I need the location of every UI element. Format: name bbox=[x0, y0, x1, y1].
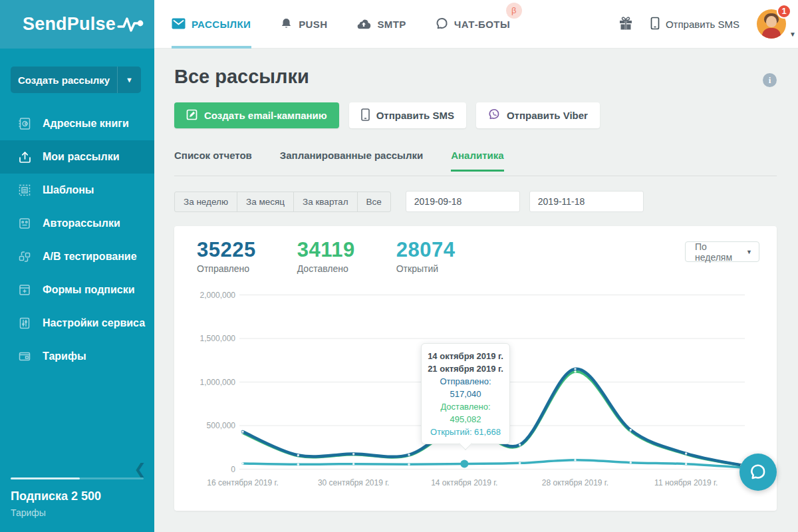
autocampaign-icon bbox=[17, 216, 32, 231]
data-point[interactable] bbox=[297, 454, 299, 456]
live-chat-button[interactable] bbox=[739, 454, 777, 491]
settings-icon bbox=[17, 316, 32, 331]
create-campaign-button[interactable]: Создать рассылку ▼ bbox=[11, 66, 141, 93]
ab-test-icon bbox=[17, 249, 32, 264]
sidebar-item-templates[interactable]: Шаблоны bbox=[0, 174, 154, 207]
analytics-card: 35225 Отправлено 34119 Доставлено 28074 … bbox=[174, 226, 777, 511]
filter-week[interactable]: За неделю bbox=[175, 192, 237, 211]
phone-icon bbox=[650, 17, 660, 32]
tooltip-date-end: 21 октября 2019 г. bbox=[426, 362, 505, 375]
data-point[interactable] bbox=[241, 430, 243, 432]
create-campaign-caret[interactable]: ▼ bbox=[117, 66, 141, 93]
sidebar-item-my-campaigns[interactable]: Мои рассылки bbox=[0, 140, 154, 174]
data-point[interactable] bbox=[519, 462, 521, 464]
stat-delivered: 34119 Доставлено bbox=[297, 238, 355, 274]
tooltip-date-start: 14 октября 2019 г. bbox=[426, 350, 505, 362]
topnav-chatbots[interactable]: ЧАТ-БОТЫ β bbox=[436, 17, 510, 32]
highlight-point-opened[interactable] bbox=[460, 460, 468, 467]
tab-analytics[interactable]: Аналитика bbox=[451, 150, 503, 170]
sidebar: Создать рассылку ▼ Адресные книги Мои ра… bbox=[0, 49, 154, 532]
group-by-value: По неделям bbox=[695, 241, 746, 263]
send-icon bbox=[17, 150, 32, 164]
send-sms-button[interactable]: Отправить SMS bbox=[349, 102, 466, 128]
data-point[interactable] bbox=[574, 368, 576, 370]
tariffs-icon bbox=[17, 349, 32, 364]
data-point[interactable] bbox=[297, 464, 299, 466]
data-point[interactable] bbox=[685, 452, 687, 454]
tab-scheduled-campaigns[interactable]: Запланированные рассылки bbox=[280, 150, 423, 170]
beta-badge: β bbox=[506, 3, 522, 19]
topnav-smtp[interactable]: SMTP bbox=[356, 18, 406, 31]
tariffs-link[interactable]: Тарифы bbox=[11, 507, 46, 518]
sidebar-item-label: Мои рассылки bbox=[43, 151, 120, 163]
sidebar-item-label: Авторассылки bbox=[43, 217, 120, 229]
topnav-campaigns[interactable]: РАССЫЛКИ bbox=[172, 18, 251, 31]
data-point[interactable] bbox=[574, 370, 576, 372]
brand-logo[interactable]: SendPulse bbox=[23, 14, 116, 35]
sidebar-item-service-settings[interactable]: Настройки сервиса bbox=[0, 307, 154, 340]
x-tick-label: 28 октября 2019 г. bbox=[542, 478, 608, 487]
data-point[interactable] bbox=[574, 459, 576, 461]
subscription-progress-fill bbox=[11, 477, 80, 479]
chevron-down-icon: ▼ bbox=[746, 249, 752, 255]
stat-opened-label: Открытий bbox=[396, 263, 456, 274]
data-point[interactable] bbox=[352, 463, 354, 465]
sidebar-item-label: A/B тестирование bbox=[43, 251, 137, 263]
data-point[interactable] bbox=[408, 464, 410, 466]
data-point[interactable] bbox=[519, 444, 521, 446]
sidebar-item-ab-testing[interactable]: A/B тестирование bbox=[0, 240, 154, 273]
logo-box: SendPulse bbox=[0, 0, 154, 49]
envelope-icon bbox=[172, 18, 186, 31]
x-tick-label: 11 ноября 2019 г. bbox=[654, 478, 718, 487]
series-line-2 bbox=[243, 460, 741, 467]
topbar-right: Отправить SMS 1 ▼ bbox=[618, 0, 787, 49]
chevron-down-icon: ▼ bbox=[126, 76, 133, 84]
data-point[interactable] bbox=[352, 453, 354, 455]
topnav-label: РАССЫЛКИ bbox=[192, 19, 251, 30]
chat-icon bbox=[436, 17, 448, 32]
tooltip-delivered: Доставлено: 495,082 bbox=[426, 400, 505, 426]
topnav-label: SMTP bbox=[377, 19, 406, 30]
data-point[interactable] bbox=[630, 429, 632, 431]
viber-icon bbox=[488, 108, 500, 122]
date-to-input[interactable] bbox=[529, 191, 644, 212]
filter-all[interactable]: Все bbox=[358, 192, 390, 211]
sidebar-item-tariffs[interactable]: Тарифы bbox=[0, 340, 154, 373]
sidebar-item-label: Тарифы bbox=[43, 350, 86, 362]
y-tick-label: 1,000,000 bbox=[200, 378, 236, 387]
tooltip-sent: Отправлено: 517,040 bbox=[426, 375, 505, 400]
gift-icon[interactable] bbox=[618, 16, 633, 33]
filters-row: За неделю За месяц За квартал Все bbox=[174, 191, 644, 212]
sidebar-item-autocampaigns[interactable]: Авторассылки bbox=[0, 207, 154, 240]
template-icon bbox=[17, 183, 32, 198]
tab-report-list[interactable]: Список отчетов bbox=[174, 150, 252, 170]
send-sms-header-button[interactable]: Отправить SMS bbox=[650, 17, 739, 32]
data-point[interactable] bbox=[685, 463, 687, 465]
filter-month[interactable]: За месяц bbox=[237, 192, 294, 211]
x-tick-label: 14 октября 2019 г. bbox=[431, 478, 497, 487]
group-by-select[interactable]: По неделям ▼ bbox=[685, 241, 759, 262]
stat-delivered-value: 34119 bbox=[297, 238, 355, 262]
sidebar-item-address-books[interactable]: Адресные книги bbox=[0, 107, 154, 140]
sidebar-item-subscription-forms[interactable]: Формы подписки bbox=[0, 273, 154, 307]
data-point[interactable] bbox=[408, 454, 410, 456]
topnav-push[interactable]: PUSH bbox=[280, 17, 327, 32]
notification-badge[interactable]: 1 bbox=[777, 4, 791, 19]
user-menu[interactable]: 1 ▼ bbox=[757, 9, 787, 40]
filter-quarter[interactable]: За квартал bbox=[294, 192, 357, 211]
x-tick-label: 16 сентября 2019 г. bbox=[207, 478, 279, 487]
create-email-campaign-button[interactable]: Создать email-кампанию bbox=[174, 102, 339, 128]
info-icon[interactable]: i bbox=[763, 73, 777, 87]
period-filter-group: За неделю За месяц За квартал Все bbox=[174, 192, 391, 212]
data-point[interactable] bbox=[241, 462, 243, 464]
date-from-input[interactable] bbox=[406, 191, 520, 212]
sidebar-collapse-button[interactable]: ❮ bbox=[134, 462, 146, 477]
stat-sent-value: 35225 bbox=[197, 238, 256, 262]
avatar-face bbox=[766, 16, 777, 27]
chart-tooltip: 14 октября 2019 г. 21 октября 2019 г. От… bbox=[421, 343, 510, 444]
chat-bubble-icon bbox=[749, 463, 767, 481]
sidebar-item-label: Шаблоны bbox=[43, 184, 94, 196]
send-viber-button[interactable]: Отправить Viber bbox=[476, 102, 600, 128]
data-point[interactable] bbox=[630, 462, 632, 464]
topnav-label: ЧАТ-БОТЫ bbox=[454, 19, 510, 30]
